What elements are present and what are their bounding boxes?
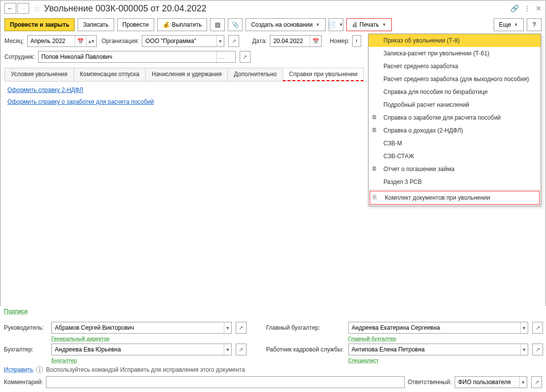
number-input[interactable] — [353, 36, 360, 46]
acc-input-group[interactable]: ▾ — [51, 344, 232, 355]
print-menu-item[interactable]: 🗎Справка о заработке для расчета пособий — [369, 111, 541, 124]
hr-position-link[interactable]: Специалист — [348, 357, 529, 363]
print-menu-item[interactable]: Справка для пособия по безработице — [369, 86, 541, 98]
create-2ndfl-link[interactable]: Оформить справку 2-НДФЛ — [7, 87, 83, 93]
print-menu-item-label: Расчет среднего заработка (для выходного… — [383, 76, 529, 83]
tab-dismissal-references[interactable]: Справки при увольнении — [283, 68, 364, 81]
comment-input[interactable] — [46, 377, 404, 388]
create-based-on-button[interactable]: Создать на основании▼ — [246, 18, 325, 31]
chevron-down-icon[interactable]: ▾ — [520, 344, 528, 355]
print-menu-item[interactable]: Подробный расчет начислений — [369, 98, 541, 111]
print-menu-item[interactable]: 🗎Справка о доходах (2-НДФЛ) — [369, 124, 541, 137]
conduct-and-close-button[interactable]: Провести и закрыть — [4, 18, 75, 31]
print-menu-item[interactable]: СЗВ-М — [369, 137, 541, 150]
print-menu-item[interactable]: Приказ об увольнении (Т-8) — [369, 34, 541, 47]
chevron-down-icon[interactable]: ▾ — [519, 377, 527, 388]
chevron-down-icon[interactable]: ▾ — [216, 36, 224, 46]
date-input[interactable] — [270, 36, 310, 46]
chevron-down-icon[interactable]: ▾ — [520, 322, 528, 333]
employee-input[interactable] — [39, 51, 216, 62]
print-menu-item[interactable]: 🗎Отчет о погашении займа — [369, 163, 541, 175]
tab-vacation-compensation[interactable]: Компенсации отпуска — [74, 68, 146, 81]
create-earnings-ref-link[interactable]: Оформить справку о заработке для расчета… — [7, 98, 154, 105]
employee-label: Сотрудник: — [4, 53, 35, 60]
hr-open-button[interactable]: ↗ — [532, 344, 543, 355]
chiefacc-input-group[interactable]: ▾ — [348, 322, 529, 334]
acc-input[interactable] — [52, 344, 224, 355]
month-input[interactable] — [28, 36, 75, 46]
document-list-button[interactable]: ▤ — [210, 18, 225, 31]
signatures-header[interactable]: Подписи — [4, 308, 28, 315]
conduct-button[interactable]: Провести — [117, 18, 154, 31]
head-label: Руководитель: — [4, 324, 48, 331]
calendar-icon[interactable]: 📅 — [310, 36, 321, 46]
print-menu-item[interactable]: Записка-расчет при увольнении (Т-61) — [369, 47, 541, 60]
head-open-button[interactable]: ↗ — [236, 322, 247, 334]
month-input-group[interactable]: 📅 ▴▾ — [27, 35, 97, 47]
copy-icon: ⎘ — [373, 194, 381, 202]
fix-text: Воспользуйтесь командой Исправить для ис… — [46, 366, 245, 373]
org-label: Организация: — [102, 38, 139, 44]
chiefacc-open-button[interactable]: ↗ — [532, 322, 543, 334]
tab-dismissal-conditions[interactable]: Условия увольнения — [4, 68, 74, 81]
print-menu-item[interactable]: Раздел 3 РСВ — [369, 175, 541, 188]
favorite-star-icon[interactable]: ☆ — [33, 3, 41, 14]
hr-input-group[interactable]: ▾ — [348, 344, 529, 355]
more-button[interactable]: Еще▼ — [494, 18, 524, 31]
nav-forward-button[interactable]: → — [17, 3, 29, 14]
number-input-group[interactable] — [352, 35, 361, 47]
employee-input-group[interactable]: … — [38, 51, 236, 63]
print-menu-item[interactable]: Расчет среднего заработка — [369, 60, 541, 73]
window-title: Увольнение 003К-000005 от 20.04.2022 — [44, 3, 510, 14]
org-open-button[interactable]: ↗ — [228, 35, 239, 47]
month-stepper[interactable]: ▴▾ — [86, 36, 96, 46]
tab-additional[interactable]: Дополнительно — [227, 68, 283, 81]
responsible-input-group[interactable]: ▾ — [455, 376, 527, 388]
attachment-button[interactable]: 📎 — [228, 18, 243, 31]
kebab-menu-icon[interactable]: ⋮ — [524, 4, 531, 12]
link-icon[interactable]: 🔗 — [510, 4, 519, 12]
write-button[interactable]: Записать — [78, 18, 114, 31]
extra-action-button[interactable]: 📄▼ — [329, 18, 343, 31]
acc-open-button[interactable]: ↗ — [236, 344, 247, 355]
help-button[interactable]: ? — [527, 18, 542, 31]
close-window-icon[interactable]: ✕ — [536, 4, 542, 12]
print-menu-item[interactable]: СЗВ-СТАЖ — [369, 150, 541, 163]
responsible-input[interactable] — [455, 377, 519, 388]
print-menu-item-label: Приказ об увольнении (Т-8) — [383, 37, 460, 44]
acc-position-link[interactable]: Бухгалтер — [51, 357, 232, 363]
head-position-link[interactable]: Генеральный директор — [51, 336, 232, 342]
fix-link[interactable]: Исправить — [4, 366, 33, 373]
info-icon: i — [36, 366, 43, 373]
calendar-icon[interactable]: 📅 — [75, 36, 86, 46]
head-input-group[interactable]: ▾ — [51, 322, 232, 334]
print-menu-item[interactable]: ⎘Комплект документов при увольнении — [370, 191, 540, 205]
nav-back-button[interactable]: ← — [4, 3, 16, 14]
head-input[interactable] — [52, 322, 224, 333]
doc-icon: 🗎 — [372, 114, 379, 122]
doc-icon: 🗎 — [372, 165, 379, 173]
ellipsis-icon[interactable]: … — [216, 51, 226, 62]
employee-open-button[interactable]: ↗ — [240, 51, 251, 63]
hr-input[interactable] — [349, 344, 521, 355]
org-input-group[interactable]: ▾ — [142, 35, 224, 47]
print-menu-item-label: СЗВ-СТАЖ — [383, 153, 414, 160]
number-label: Номер: — [330, 38, 349, 44]
chiefacc-input[interactable] — [349, 322, 521, 333]
print-menu-item-label: Отчет о погашении займа — [383, 166, 455, 173]
month-label: Месяц: — [4, 38, 24, 44]
print-menu-item[interactable]: Расчет среднего заработка (для выходного… — [369, 73, 541, 86]
print-button[interactable]: 🖨Печать▼ — [346, 18, 392, 31]
chevron-down-icon[interactable]: ▾ — [224, 344, 231, 355]
pay-button[interactable]: 💰Выплатить — [157, 18, 208, 31]
print-menu-item-label: Комплект документов при увольнении — [385, 194, 490, 201]
chevron-down-icon[interactable]: ▾ — [224, 322, 231, 333]
org-input[interactable] — [142, 36, 216, 46]
print-menu-item-label: Раздел 3 РСВ — [383, 178, 422, 185]
tab-accruals-deductions[interactable]: Начисления и удержания — [145, 68, 228, 81]
date-label: Дата: — [252, 38, 267, 44]
comment-input-group[interactable] — [46, 376, 405, 388]
chiefacc-position-link[interactable]: Главный бухгалтер — [348, 336, 529, 342]
responsible-open-button[interactable]: ↗ — [531, 376, 542, 388]
date-input-group[interactable]: 📅 — [270, 35, 322, 47]
